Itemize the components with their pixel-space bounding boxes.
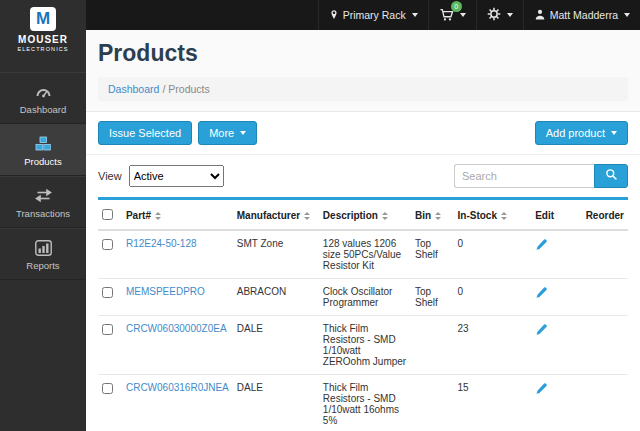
table-row: MEMSPEEDPROABRACONClock Oscillator Progr… bbox=[98, 279, 628, 316]
sidebar-nav: Dashboard Products bbox=[0, 72, 86, 280]
settings-menu[interactable] bbox=[476, 0, 523, 30]
description-cell: Thick Film Resistors - SMD 1/10watt 16oh… bbox=[319, 375, 411, 431]
main-content: Products Dashboard/Products Issue Select… bbox=[86, 30, 640, 431]
sidebar-item-transactions[interactable]: Transactions bbox=[0, 176, 86, 228]
search-icon bbox=[605, 168, 618, 184]
sort-arrows-icon bbox=[382, 212, 388, 220]
column-header-label: Edit bbox=[535, 210, 554, 221]
part-link[interactable]: CRCW06030000Z0EA bbox=[126, 323, 227, 334]
column-header-label: Part# bbox=[126, 210, 151, 221]
search-group bbox=[454, 164, 628, 188]
description-cell: 128 values 1206 size 50PCs/Value Resisto… bbox=[319, 230, 411, 279]
manufacturer-cell: DALE bbox=[233, 316, 319, 375]
location-menu[interactable]: Primary Rack bbox=[318, 0, 428, 30]
table-row: CRCW060316R0JNEADALEThick Film Resistors… bbox=[98, 375, 628, 431]
column-header-label: Description bbox=[323, 210, 378, 221]
sort-arrows-icon bbox=[435, 212, 441, 220]
reorder-cell bbox=[582, 375, 628, 431]
page-title: Products bbox=[98, 40, 628, 67]
table-row: R12E24-50-128SMT Zone128 values 1206 siz… bbox=[98, 230, 628, 279]
view-select[interactable]: Active bbox=[129, 165, 224, 187]
column-header-description[interactable]: Description bbox=[319, 200, 411, 230]
location-pin-icon bbox=[329, 8, 339, 23]
column-header-instock[interactable]: In-Stock bbox=[454, 200, 532, 230]
in-stock-cell: 0 bbox=[454, 230, 532, 279]
bin-cell: Top Shelf bbox=[411, 230, 454, 279]
mouser-logo-text: MOUSER bbox=[0, 34, 86, 45]
location-label: Primary Rack bbox=[343, 9, 406, 21]
caret-down-icon bbox=[624, 13, 630, 17]
more-button[interactable]: More bbox=[198, 121, 257, 145]
part-link[interactable]: CRCW060316R0JNEA bbox=[126, 382, 229, 393]
sort-arrows-icon bbox=[155, 212, 161, 220]
select-all-checkbox[interactable] bbox=[102, 209, 113, 220]
filter-toolbar: View Active bbox=[86, 155, 640, 195]
reorder-cell bbox=[582, 230, 628, 279]
part-link[interactable]: R12E24-50-128 bbox=[126, 238, 197, 249]
mouser-logo-mark: M bbox=[30, 7, 56, 31]
sidebar-item-label: Products bbox=[24, 156, 62, 167]
bin-cell bbox=[411, 375, 454, 431]
sidebar-item-dashboard[interactable]: Dashboard bbox=[0, 72, 86, 124]
sort-arrows-icon bbox=[304, 212, 310, 220]
row-checkbox-cell bbox=[98, 375, 122, 431]
issue-selected-button[interactable]: Issue Selected bbox=[98, 121, 192, 145]
caret-down-icon bbox=[240, 131, 246, 135]
sidebar-item-label: Reports bbox=[26, 260, 59, 271]
add-product-button[interactable]: Add product bbox=[535, 121, 628, 145]
edit-pencil-icon[interactable] bbox=[535, 382, 548, 397]
cart-menu[interactable]: 0 bbox=[428, 0, 476, 30]
column-header-manufacturer[interactable]: Manufacturer bbox=[233, 200, 319, 230]
edit-cell bbox=[531, 279, 581, 316]
row-checkbox[interactable] bbox=[102, 324, 113, 335]
transfer-arrows-icon bbox=[2, 186, 84, 205]
column-header-edit: Edit bbox=[531, 200, 581, 230]
part-link[interactable]: MEMSPEEDPRO bbox=[126, 286, 205, 297]
row-checkbox[interactable] bbox=[102, 383, 113, 394]
user-name-label: Matt Madderra bbox=[550, 9, 618, 21]
sidebar-item-label: Dashboard bbox=[20, 104, 66, 115]
row-checkbox-cell bbox=[98, 316, 122, 375]
caret-down-icon bbox=[611, 131, 617, 135]
column-header-label: Manufacturer bbox=[237, 210, 300, 221]
edit-pencil-icon[interactable] bbox=[535, 286, 548, 301]
row-checkbox[interactable] bbox=[102, 287, 113, 298]
column-header-bin[interactable]: Bin bbox=[411, 200, 454, 230]
user-icon bbox=[534, 8, 546, 23]
search-input[interactable] bbox=[454, 164, 594, 188]
sidebar: M MOUSER ELECTRONICS Dashboard bbox=[0, 0, 86, 431]
sidebar-item-label: Transactions bbox=[16, 208, 70, 219]
edit-cell bbox=[531, 316, 581, 375]
mouser-logo[interactable]: M MOUSER ELECTRONICS bbox=[0, 0, 86, 62]
edit-pencil-icon[interactable] bbox=[535, 238, 548, 253]
products-table-body: R12E24-50-128SMT Zone128 values 1206 siz… bbox=[98, 230, 628, 431]
in-stock-cell: 23 bbox=[454, 316, 532, 375]
manufacturer-cell: DALE bbox=[233, 375, 319, 431]
bin-cell: Top Shelf bbox=[411, 279, 454, 316]
bar-chart-icon bbox=[2, 238, 84, 257]
manufacturer-cell: SMT Zone bbox=[233, 230, 319, 279]
sidebar-item-reports[interactable]: Reports bbox=[0, 228, 86, 280]
reorder-cell bbox=[582, 316, 628, 375]
column-header-label: In-Stock bbox=[458, 210, 497, 221]
reorder-cell bbox=[582, 279, 628, 316]
caret-down-icon bbox=[507, 13, 513, 17]
part-cell: CRCW060316R0JNEA bbox=[122, 375, 233, 431]
view-label: View bbox=[98, 170, 122, 182]
caret-down-icon bbox=[412, 13, 418, 17]
select-all-header bbox=[98, 200, 122, 230]
column-header-label: Reorder bbox=[586, 210, 624, 221]
sidebar-item-products[interactable]: Products bbox=[0, 124, 86, 176]
cart-icon: 0 bbox=[439, 8, 454, 22]
part-cell: CRCW06030000Z0EA bbox=[122, 316, 233, 375]
search-button[interactable] bbox=[594, 164, 628, 188]
row-checkbox[interactable] bbox=[102, 239, 113, 250]
edit-pencil-icon[interactable] bbox=[535, 323, 548, 338]
column-header-part[interactable]: Part# bbox=[122, 200, 233, 230]
bin-cell bbox=[411, 316, 454, 375]
page-header: Products Dashboard/Products bbox=[86, 30, 640, 112]
breadcrumb-dashboard-link[interactable]: Dashboard bbox=[108, 83, 159, 95]
caret-down-icon bbox=[460, 13, 466, 17]
edit-cell bbox=[531, 230, 581, 279]
user-menu[interactable]: Matt Madderra bbox=[523, 0, 640, 30]
